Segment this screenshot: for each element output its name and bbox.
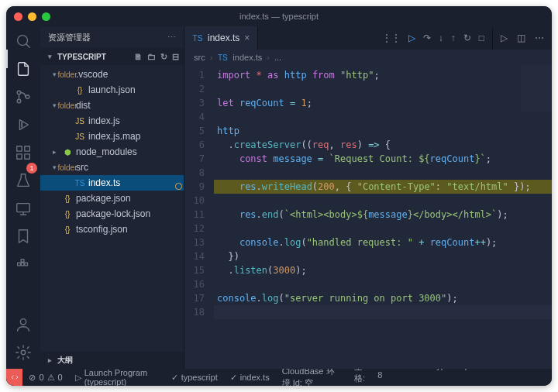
outline-label: 大纲: [57, 355, 73, 366]
step-over-icon[interactable]: ↷: [423, 33, 431, 43]
tree-item[interactable]: ▾foldersrc: [40, 160, 184, 175]
explorer-icon[interactable]: [15, 60, 32, 77]
svg-rect-5: [25, 146, 29, 151]
ts-status[interactable]: ✓ typescript: [165, 369, 224, 386]
collapse-icon[interactable]: ⊟: [172, 52, 179, 62]
tree-item[interactable]: {}launch.json: [40, 82, 184, 98]
vscode-window: index.ts — typescript 1 资源管理器 ⋯: [6, 6, 552, 386]
continue-icon[interactable]: ▷: [408, 33, 415, 43]
bookmark-icon[interactable]: [15, 228, 32, 245]
close-window-icon[interactable]: [14, 12, 22, 21]
tree-item[interactable]: ▸⬢node_modules: [40, 144, 184, 160]
launch-config[interactable]: ▷ Launch Program (typescript): [69, 369, 165, 386]
restart-icon[interactable]: ↻: [463, 33, 471, 43]
svg-rect-9: [18, 263, 21, 266]
activity-bar: 1: [6, 26, 40, 369]
file-tree: ▾folder.vscode{}launch.json▾folderdistJS…: [40, 65, 184, 352]
svg-point-13: [20, 319, 26, 325]
new-file-icon[interactable]: 🗎: [134, 52, 143, 62]
editor-group: TS index.ts × ⋮⋮ ▷ ↷ ↓ ↑ ↻ □ ▷ ◫ ⋯: [184, 26, 552, 369]
tab-bar: TS index.ts × ⋮⋮ ▷ ↷ ↓ ↑ ↻ □ ▷ ◫ ⋯: [184, 26, 552, 50]
sidebar-header: 资源管理器 ⋯: [40, 26, 184, 48]
editor-actions: ▷ ◫ ⋯: [492, 26, 552, 50]
svg-rect-10: [21, 263, 24, 266]
scm-icon[interactable]: [15, 88, 32, 105]
drag-handle-icon[interactable]: ⋮⋮: [382, 33, 401, 43]
active-indicator: [6, 50, 8, 68]
svg-point-3: [26, 95, 29, 99]
tree-item[interactable]: JSindex.js: [40, 113, 184, 129]
split-icon[interactable]: ◫: [517, 33, 525, 43]
status-bar: ⊘ 0 ⚠ 0 ▷ Launch Program (typescript) ✓ …: [6, 369, 552, 386]
docker-icon[interactable]: [15, 256, 32, 273]
stop-icon[interactable]: □: [479, 33, 484, 43]
gear-icon[interactable]: [15, 344, 32, 361]
close-icon[interactable]: ×: [244, 33, 250, 43]
tree-item[interactable]: {}package-lock.json: [40, 206, 184, 222]
svg-rect-12: [21, 260, 24, 263]
tree-item[interactable]: ▾folderdist: [40, 98, 184, 113]
titlebar[interactable]: index.ts — typescript: [6, 6, 552, 26]
extensions-icon[interactable]: [15, 144, 32, 161]
svg-rect-4: [17, 146, 22, 151]
sidebar-more-icon[interactable]: ⋯: [167, 33, 176, 43]
breadcrumb-item[interactable]: ...: [274, 53, 281, 62]
step-out-icon[interactable]: ↑: [451, 33, 456, 43]
window-title: index.ts — typescript: [239, 12, 319, 21]
ts-icon: TS: [217, 53, 228, 62]
section-label: TYPESCRIPT: [57, 53, 106, 61]
editor-tab[interactable]: TS index.ts ×: [184, 26, 258, 50]
sidebar-section[interactable]: ▾ TYPESCRIPT 🗎 🗀 ↻ ⊟: [40, 48, 184, 65]
problems-button[interactable]: ⊘ 0 ⚠ 0: [22, 369, 68, 386]
cloudbase-status[interactable]: CloudBase 环境 Id: 空: [276, 369, 348, 386]
account-icon[interactable]: [15, 316, 32, 333]
test-icon[interactable]: [15, 172, 32, 189]
run-file-icon[interactable]: ▷: [501, 33, 508, 43]
ts-icon: TS: [192, 34, 203, 43]
tree-item[interactable]: {}package.json: [40, 191, 184, 206]
breadcrumb-item[interactable]: src: [194, 53, 205, 62]
svg-rect-7: [25, 154, 29, 159]
maximize-window-icon[interactable]: [42, 12, 50, 21]
tree-item[interactable]: TSindex.ts: [40, 175, 184, 191]
new-folder-icon[interactable]: 🗀: [147, 52, 156, 62]
svg-point-14: [21, 350, 26, 355]
sidebar: 资源管理器 ⋯ ▾ TYPESCRIPT 🗎 🗀 ↻ ⊟ ▾folder.vsc…: [40, 26, 184, 369]
svg-rect-6: [17, 154, 22, 159]
refresh-icon[interactable]: ↻: [160, 52, 167, 62]
tree-item[interactable]: JSindex.js.map: [40, 129, 184, 144]
svg-rect-8: [17, 204, 30, 212]
tree-item[interactable]: {}tsconfig.json: [40, 222, 184, 237]
tree-item[interactable]: ▾folder.vscode: [40, 67, 184, 82]
minimap[interactable]: [521, 65, 552, 112]
remote-indicator[interactable]: [6, 369, 22, 386]
file-status[interactable]: ✓ index.ts: [224, 369, 276, 386]
search-icon[interactable]: [15, 33, 32, 50]
tab-label: index.ts: [208, 33, 239, 43]
code-editor[interactable]: 123456789101112131415161718 import * as …: [184, 65, 552, 369]
remote-icon[interactable]: [15, 200, 32, 217]
debug-icon[interactable]: [15, 116, 32, 133]
activity-badge[interactable]: 1: [26, 163, 37, 174]
step-into-icon[interactable]: ↓: [439, 33, 443, 43]
minimize-window-icon[interactable]: [28, 12, 36, 21]
sidebar-title: 资源管理器: [48, 32, 91, 43]
traffic-lights: [14, 12, 50, 21]
debug-toolbar: ⋮⋮ ▷ ↷ ↓ ↑ ↻ □: [374, 26, 492, 50]
svg-rect-11: [25, 263, 28, 266]
breadcrumb[interactable]: src › TS index.ts › ...: [184, 50, 552, 65]
outline-section[interactable]: ▸ 大纲: [40, 352, 184, 369]
breadcrumb-item[interactable]: index.ts: [232, 53, 262, 62]
more-icon[interactable]: ⋯: [535, 33, 544, 43]
